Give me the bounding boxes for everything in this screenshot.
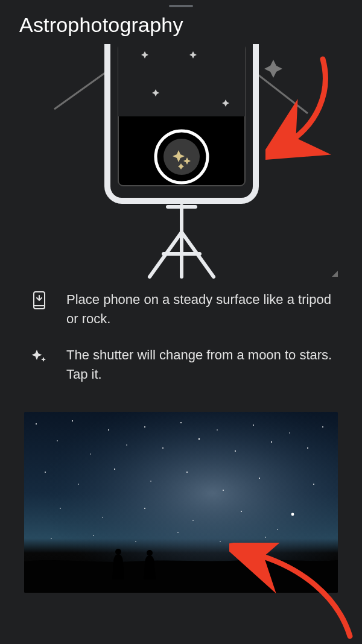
svg-point-20 — [108, 429, 109, 431]
svg-point-55 — [147, 550, 153, 556]
svg-point-29 — [271, 441, 272, 442]
svg-point-26 — [217, 429, 218, 431]
svg-point-47 — [277, 529, 278, 530]
tip-text: Place phone on a steady surface like a t… — [66, 290, 338, 329]
svg-point-48 — [51, 538, 51, 538]
svg-point-42 — [60, 508, 61, 509]
hero-illustration — [0, 44, 362, 279]
svg-point-50 — [135, 541, 136, 541]
svg-point-39 — [259, 478, 260, 479]
svg-point-40 — [291, 513, 294, 516]
svg-point-34 — [78, 484, 79, 485]
annotation-arrow-bottom — [229, 543, 362, 644]
svg-point-33 — [45, 472, 46, 473]
sparkle-icon — [30, 347, 48, 365]
svg-point-44 — [144, 508, 145, 509]
svg-point-31 — [307, 447, 308, 449]
svg-point-25 — [198, 438, 200, 439]
svg-point-41 — [313, 484, 314, 485]
annotation-arrow-top — [265, 50, 338, 171]
page-title: Astrophotography — [0, 11, 362, 44]
svg-line-0 — [54, 68, 112, 109]
drag-handle[interactable] — [169, 5, 193, 7]
tip-row: Place phone on a steady surface like a t… — [30, 290, 338, 329]
svg-point-23 — [162, 447, 164, 449]
svg-point-52 — [220, 541, 220, 541]
svg-point-54 — [115, 549, 121, 555]
svg-point-16 — [36, 423, 37, 425]
svg-point-18 — [72, 420, 73, 421]
svg-point-21 — [126, 444, 127, 446]
svg-point-27 — [235, 450, 236, 452]
svg-point-38 — [223, 490, 224, 491]
svg-point-17 — [57, 440, 58, 441]
svg-point-19 — [90, 453, 91, 454]
svg-point-51 — [177, 532, 179, 533]
svg-point-45 — [192, 520, 194, 521]
svg-point-30 — [289, 432, 290, 434]
svg-point-32 — [322, 426, 323, 428]
svg-point-53 — [265, 537, 266, 538]
tips-list: Place phone on a steady surface like a t… — [0, 279, 362, 407]
svg-point-43 — [102, 517, 103, 517]
svg-point-24 — [180, 422, 182, 423]
tip-text: The shutter will change from a moon to s… — [66, 346, 338, 384]
phone-down-icon — [30, 291, 48, 309]
svg-point-49 — [93, 535, 94, 536]
svg-point-37 — [186, 472, 188, 473]
svg-point-36 — [150, 481, 151, 481]
svg-point-46 — [241, 511, 242, 512]
svg-point-28 — [253, 425, 254, 426]
svg-point-35 — [114, 469, 115, 470]
svg-point-22 — [144, 426, 145, 428]
tip-row: The shutter will change from a moon to s… — [30, 346, 338, 384]
